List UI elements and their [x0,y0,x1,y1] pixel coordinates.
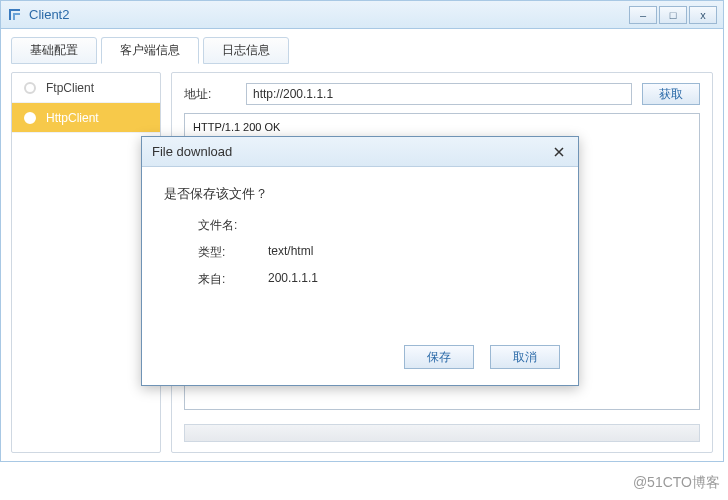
address-label: 地址: [184,86,236,103]
tab-bar: 基础配置 客户端信息 日志信息 [11,37,713,64]
tab-client-info[interactable]: 客户端信息 [101,37,199,64]
radio-icon [24,112,36,124]
close-icon [553,146,565,158]
watermark: @51CTO博客 [633,474,720,492]
from-label: 来自: [198,271,268,288]
dialog-actions: 保存 取消 [142,335,578,385]
window-title: Client2 [29,7,629,22]
file-download-dialog: File download 是否保存该文件？ 文件名: 类型: text/htm… [141,136,579,386]
address-input[interactable] [246,83,632,105]
dialog-close-button[interactable] [550,143,568,161]
from-value: 200.1.1.1 [268,271,318,288]
address-row: 地址: 获取 [184,83,700,105]
type-value: text/html [268,244,313,261]
radio-icon [24,82,36,94]
sidebar-item-label: HttpClient [46,111,99,125]
tab-log-info[interactable]: 日志信息 [203,37,289,64]
dialog-titlebar: File download [142,137,578,167]
app-window: Client2 – □ x 基础配置 客户端信息 日志信息 FtpClient … [0,0,724,462]
minimize-button[interactable]: – [629,6,657,24]
close-button[interactable]: x [689,6,717,24]
sidebar-item-ftpclient[interactable]: FtpClient [12,73,160,103]
fetch-button[interactable]: 获取 [642,83,700,105]
cancel-button[interactable]: 取消 [490,345,560,369]
dialog-row-type: 类型: text/html [198,244,556,261]
dialog-row-filename: 文件名: [198,217,556,234]
filename-label: 文件名: [198,217,268,234]
type-label: 类型: [198,244,268,261]
window-controls: – □ x [629,6,717,24]
maximize-button[interactable]: □ [659,6,687,24]
dialog-row-from: 来自: 200.1.1.1 [198,271,556,288]
dialog-prompt: 是否保存该文件？ [164,185,556,203]
sidebar: FtpClient HttpClient [11,72,161,453]
status-bar [184,424,700,442]
sidebar-item-httpclient[interactable]: HttpClient [12,103,160,133]
dialog-body: 是否保存该文件？ 文件名: 类型: text/html 来自: 200.1.1.… [142,167,578,335]
tab-basic-config[interactable]: 基础配置 [11,37,97,64]
dialog-title: File download [152,144,550,159]
app-icon [7,7,23,23]
titlebar: Client2 – □ x [1,1,723,29]
sidebar-item-label: FtpClient [46,81,94,95]
save-button[interactable]: 保存 [404,345,474,369]
